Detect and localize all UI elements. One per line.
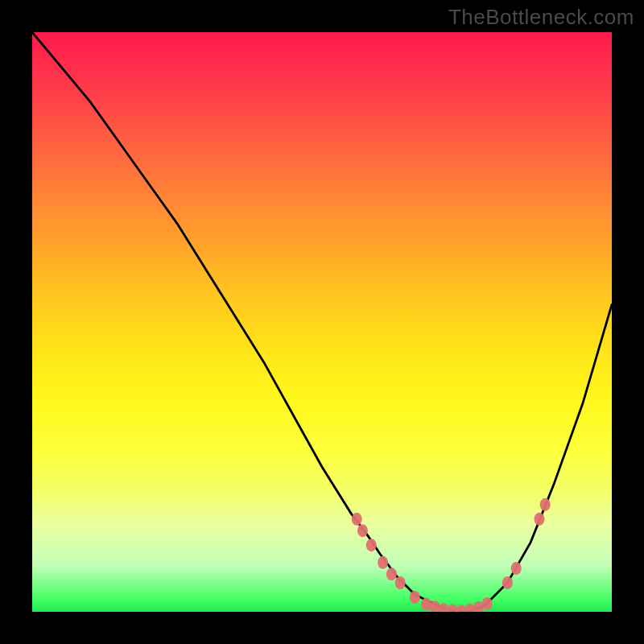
watermark-text: TheBottleneck.com — [448, 5, 634, 30]
plot-area — [32, 32, 612, 612]
chart-frame: TheBottleneck.com — [0, 0, 644, 644]
data-marker — [502, 576, 513, 589]
data-marker — [482, 597, 493, 610]
data-marker — [535, 513, 545, 526]
data-marker — [366, 539, 377, 551]
data-marker — [357, 524, 368, 537]
data-marker — [410, 591, 420, 604]
data-marker — [511, 562, 522, 575]
bottleneck-curve-svg — [32, 32, 612, 612]
data-marker — [395, 576, 406, 589]
data-marker — [386, 568, 397, 580]
bottleneck-curve-path — [32, 32, 612, 612]
data-marker — [378, 556, 388, 569]
data-marker — [352, 513, 362, 526]
data-marker — [540, 498, 551, 511]
